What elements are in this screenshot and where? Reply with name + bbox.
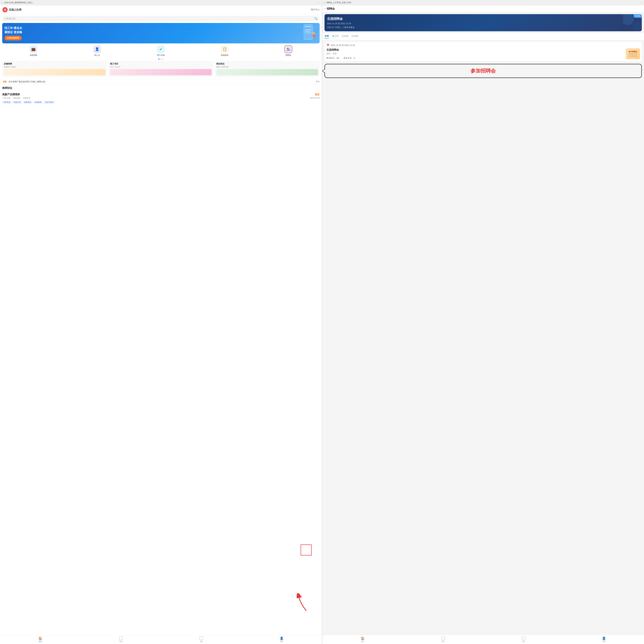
right-bottom-nav: 🏠 首页 简历 消息 👤 我的 — [322, 635, 644, 644]
fair-address: 地址：北流 — [326, 52, 624, 55]
search-placeholder: 大家都在搜： — [4, 17, 313, 20]
fair-image: 参与招聘会 招/聘/更/简/单 求/职/更/轻/松 — [626, 48, 640, 59]
job-fair-label: 招聘会 — [286, 54, 291, 57]
right-home-icon: 🏠 — [361, 636, 365, 640]
left-nav-resume[interactable]: 简历 — [119, 637, 123, 643]
cat-store-sub: 店面招工大集合 — [4, 66, 105, 68]
cat-card-nearby[interactable]: 附近职位 就近上班更方便 — [215, 61, 319, 77]
hero-badge: 已结束 — [633, 14, 642, 18]
big-label-text: 参加招聘会 — [471, 67, 496, 74]
right-nav-home[interactable]: 🏠 首页 — [361, 636, 365, 643]
dot-1 — [158, 58, 159, 60]
right-mine-icon: 👤 — [602, 637, 606, 640]
right-message-label: 消息 — [522, 640, 525, 643]
left-panel: × 北流人社局_最新招聘信息_北流人... ··· 北 北流人社局 用户中心 大… — [0, 0, 322, 644]
dot-pagination — [0, 58, 322, 60]
tab-booking[interactable]: 预订中 — [332, 35, 339, 39]
right-app-header: ‹ 招聘会 — [322, 5, 644, 12]
right-nav-mine[interactable]: 👤 我的 — [602, 637, 606, 643]
right-tab-close[interactable]: × — [324, 1, 325, 4]
banner-button[interactable]: 让求职更简单 — [4, 36, 22, 40]
tab-started[interactable]: 已开始 — [342, 35, 348, 39]
user-center-link[interactable]: 用户中心 — [311, 8, 320, 11]
job-title-row: 高薪产后调理师 面议 — [2, 93, 320, 96]
icon-job-fair[interactable]: 招聘会 — [284, 45, 292, 57]
dot-3 — [162, 58, 164, 60]
icon-grid: 💼 全职招聘 👤 找人才 ✔ 零工市场 📋 职场资讯 — [0, 45, 322, 58]
left-nav-message[interactable]: 消息 — [200, 637, 203, 643]
announcement-tag: 公告 — [2, 80, 7, 83]
big-label-bubble: 参加招聘会 — [325, 64, 642, 78]
job-fair-svg — [286, 47, 290, 51]
right-tab-title: 招聘会_人才市场_北流人社局 — [326, 1, 638, 4]
back-button[interactable]: ‹ — [325, 7, 325, 10]
left-nav-home[interactable]: 🏠 首页 — [38, 636, 42, 643]
svg-line-15 — [290, 50, 290, 51]
fair-stats: 参会职位：12 参会企业：1 — [326, 57, 624, 59]
find-talent-icon: 👤 — [93, 45, 101, 53]
fair-date-row: 📅 2021-11-20 至 2021-11-23 — [326, 44, 640, 47]
cat-store-img — [4, 69, 105, 75]
cat-nearby-title: 附近职位 — [216, 62, 318, 65]
announcement-text: 关于使用广西北流市零工市场二维码公告 — [8, 80, 315, 83]
icon-full-time[interactable]: 💼 全职招聘 — [30, 45, 37, 57]
left-bottom-nav: 🏠 首页 简历 消息 👤 我的 — [0, 635, 322, 644]
fair-positions-stat: 参会职位：12 — [326, 57, 339, 59]
job-salary: 面议 — [315, 93, 320, 96]
home-label: 首页 — [39, 641, 42, 643]
resume-label: 简历 — [119, 640, 122, 643]
search-bar[interactable]: 大家都在搜： 🔍 — [2, 16, 320, 21]
icon-workplace-news[interactable]: 📋 职场资讯 — [221, 45, 229, 57]
fair-positions-label: 参会职位： — [326, 57, 337, 59]
calendar-icon: 📅 — [326, 44, 330, 47]
cat-factory-title: 普工专区 — [110, 62, 212, 65]
announcement: 公告 关于使用广西北流市零工市场二维码公告 更多 — [0, 79, 322, 85]
right-nav-resume[interactable]: 简历 — [441, 637, 445, 643]
cat-card-store[interactable]: 店铺招聘 店面招工大集合 — [2, 61, 107, 77]
fair-item[interactable]: 📅 2021-11-20 至 2021-11-23 北流招聘会 地址：北流 参会… — [325, 42, 642, 61]
banner-line1: 找工作 搜名企 — [4, 26, 317, 30]
job-tag-4: 法定节假日 — [44, 101, 55, 104]
banner-text: 找工作 搜名企 看附近 查攻略 让求职更简单 — [4, 26, 317, 40]
right-page-title: 招聘会 — [327, 7, 335, 11]
announcement-more[interactable]: 更多 — [316, 80, 320, 83]
hero-card: 已结束 北流招聘会 2021-11-20 至 2021-11-23 已有 12 … — [325, 14, 642, 31]
cat-card-factory[interactable]: 普工专区 为工厂淘人才 — [108, 61, 213, 77]
tab-all[interactable]: 全部 — [325, 35, 329, 39]
hero-info: 已有 12 个职位，1 家企业参会 — [327, 26, 639, 29]
job-experience: 不限经验 — [13, 97, 20, 99]
fair-name: 北流招聘会 — [326, 48, 624, 52]
left-app-header: 北 北流人社局 用户中心 — [0, 5, 322, 14]
left-tab-more[interactable]: ··· — [317, 1, 320, 4]
job-card[interactable]: 高薪产后调理师 面议 广西-玉林 不限经验 不限学历 2022-07-06 年终… — [0, 91, 322, 106]
tab-ended[interactable]: 已结束 — [352, 35, 358, 39]
svg-text:北: 北 — [4, 9, 6, 11]
job-date: 2022-07-06 — [310, 97, 319, 99]
job-tag-3: 休假制度 — [33, 101, 43, 104]
workplace-news-icon: 📋 — [221, 45, 229, 53]
job-tags: 年终奖金 奖励计划 销售奖金 休假制度 法定节假日 — [2, 101, 320, 104]
find-talent-label: 找人才 — [94, 54, 100, 57]
message-icon — [200, 637, 203, 640]
icon-temp-work[interactable]: ✔ 零工市场 — [157, 45, 165, 57]
right-nav-message[interactable]: 消息 — [522, 637, 525, 643]
cat-store-title: 店铺招聘 — [4, 62, 105, 65]
recommended-section-title: 推荐职位 — [0, 85, 322, 91]
mine-label: 我的 — [280, 640, 283, 643]
right-resume-icon — [441, 637, 445, 640]
logo-icon: 北 — [2, 7, 8, 13]
fair-image-line3: 求/职/更/轻/松 — [628, 55, 637, 57]
cat-factory-img — [110, 69, 212, 75]
right-tab-more[interactable]: ··· — [640, 1, 642, 4]
right-message-icon — [522, 637, 525, 640]
icon-find-talent[interactable]: 👤 找人才 — [93, 45, 101, 57]
temp-work-icon: ✔ — [157, 45, 165, 53]
left-nav-mine[interactable]: 👤 我的 — [280, 637, 283, 643]
left-tab-close[interactable]: × — [2, 1, 3, 4]
full-time-icon: 💼 — [30, 45, 37, 53]
cat-nearby-img — [216, 69, 318, 75]
fair-image-line2: 招/聘/更/简/单 — [628, 53, 637, 55]
job-education: 不限学历 — [23, 97, 30, 99]
temp-work-label: 零工市场 — [157, 54, 165, 57]
fair-companies-num: 1 — [354, 57, 355, 59]
